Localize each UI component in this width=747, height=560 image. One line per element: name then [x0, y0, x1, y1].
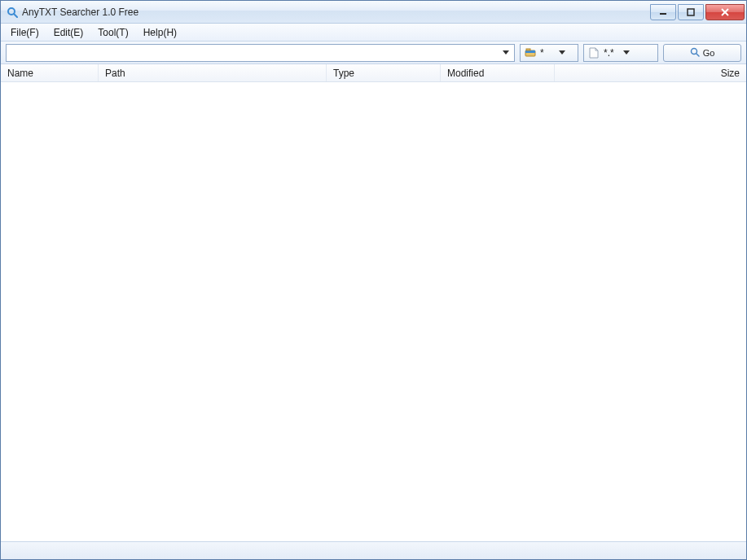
search-input[interactable]	[10, 46, 499, 60]
svg-line-13	[696, 54, 699, 56]
titlebar: AnyTXT Searcher 1.0 Free	[1, 1, 746, 24]
magnifier-icon	[690, 47, 700, 59]
column-name[interactable]: Name	[1, 64, 99, 81]
filetype-filter-value: *.*	[604, 47, 617, 59]
go-button-label: Go	[703, 48, 715, 58]
window-title: AnyTXT Searcher 1.0 Free	[22, 7, 138, 18]
results-header: Name Path Type Modified Size	[1, 64, 746, 82]
statusbar	[1, 541, 746, 559]
menu-tool[interactable]: Tool(T)	[91, 25, 136, 40]
menubar: File(F) Edit(E) Tool(T) Help(H)	[1, 24, 746, 42]
column-path[interactable]: Path	[99, 64, 327, 81]
toolbar: * *.* Go	[1, 42, 746, 64]
svg-rect-9	[526, 49, 530, 50]
app-window: AnyTXT Searcher 1.0 Free File(F) Edit(E)…	[0, 0, 747, 560]
chevron-down-icon	[621, 50, 632, 55]
go-button[interactable]: Go	[663, 44, 741, 62]
window-controls	[650, 4, 746, 20]
menu-edit[interactable]: Edit(E)	[47, 25, 92, 40]
svg-rect-3	[688, 9, 694, 15]
app-icon	[6, 6, 19, 19]
chevron-down-icon	[556, 50, 568, 55]
drive-icon	[524, 46, 537, 59]
file-icon	[587, 46, 600, 59]
drive-filter-value: *	[540, 47, 553, 59]
column-spacer	[555, 64, 689, 81]
filetype-filter-dropdown[interactable]: *.*	[583, 44, 658, 62]
column-size[interactable]: Size	[689, 64, 746, 81]
svg-marker-10	[559, 50, 565, 55]
column-modified[interactable]: Modified	[441, 64, 555, 81]
svg-marker-11	[623, 50, 630, 55]
menu-help[interactable]: Help(H)	[137, 25, 185, 40]
search-field-wrap	[6, 44, 515, 62]
minimize-button[interactable]	[650, 4, 676, 20]
close-button[interactable]	[705, 4, 745, 20]
maximize-button[interactable]	[678, 4, 704, 20]
column-type[interactable]: Type	[327, 64, 441, 81]
svg-line-1	[14, 14, 17, 17]
menu-file[interactable]: File(F)	[4, 25, 47, 40]
search-history-dropdown[interactable]	[499, 50, 512, 55]
svg-point-12	[691, 48, 696, 54]
svg-marker-6	[503, 50, 509, 55]
drive-filter-dropdown[interactable]: *	[520, 44, 578, 62]
results-list[interactable]	[1, 82, 746, 541]
